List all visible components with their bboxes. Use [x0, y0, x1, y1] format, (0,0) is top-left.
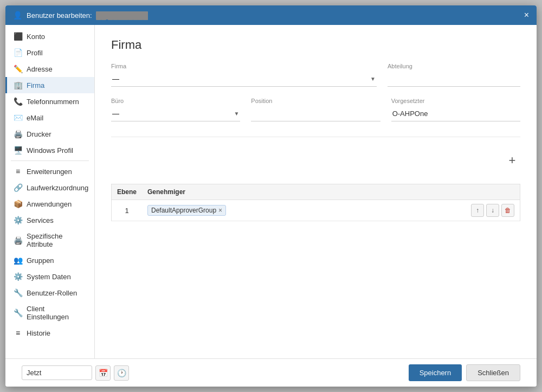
buero-select-value: —: [112, 110, 119, 118]
sidebar-item-email[interactable]: ✉️ eMail: [5, 110, 94, 126]
firma-icon: 🏢: [14, 81, 22, 89]
sidebar: ⬛ Konto 📄 Profil ✏️ Adresse 🏢 Firma 📞 Te…: [5, 25, 95, 358]
col-actions-header: [466, 184, 520, 200]
systemdaten-icon: ⚙️: [14, 272, 22, 281]
vorgesetzter-label: Vorgesetzter: [391, 98, 520, 104]
buero-label: Büro: [111, 98, 240, 104]
spezifische-icon: 🖨️: [14, 236, 22, 245]
action-icons: ↑ ↓ 🗑: [471, 204, 514, 217]
modal-title: Benutzer bearbeiten: ██ ████████: [27, 11, 148, 20]
sidebar-item-label: Client Einstellungen: [27, 305, 88, 321]
move-up-button[interactable]: ↑: [471, 204, 484, 217]
position-label: Position: [251, 98, 380, 104]
clock-button[interactable]: 🕐: [114, 365, 129, 381]
services-icon: ⚙️: [14, 216, 22, 224]
section-divider: [111, 137, 520, 137]
sidebar-item-label: Windows Profil: [27, 146, 73, 155]
abteilung-label: Abteilung: [388, 63, 520, 69]
sidebar-item-services[interactable]: ⚙️ Services: [5, 212, 94, 228]
datetime-input[interactable]: [22, 365, 92, 380]
sidebar-item-laufwerk[interactable]: 🔗 Laufwerkzuordnung: [5, 179, 94, 196]
abteilung-value[interactable]: [388, 72, 520, 87]
sidebar-item-client[interactable]: 🔧 Client Einstellungen: [5, 301, 94, 325]
sidebar-item-adresse[interactable]: ✏️ Adresse: [5, 61, 94, 77]
firma-select-value: —: [112, 75, 119, 83]
telefon-icon: 📞: [14, 97, 22, 106]
delete-button[interactable]: 🗑: [501, 204, 514, 217]
gruppen-icon: 👥: [14, 256, 22, 265]
sidebar-item-firma[interactable]: 🏢 Firma: [5, 77, 94, 93]
clock-icon: 🕐: [117, 369, 126, 377]
position-value[interactable]: [251, 106, 380, 121]
sidebar-item-label: Firma: [27, 81, 44, 89]
sidebar-item-label: Benutzer-Rollen: [27, 289, 77, 297]
drucker-icon: 🖨️: [14, 130, 22, 138]
sidebar-item-windows[interactable]: 🖥️ Windows Profil: [5, 142, 94, 158]
modal-body: ⬛ Konto 📄 Profil ✏️ Adresse 🏢 Firma 📞 Te…: [5, 25, 537, 358]
table-header: Ebene Genehmiger: [112, 184, 520, 200]
table-header-row: Ebene Genehmiger: [112, 184, 520, 200]
sidebar-item-label: Anwendungen: [27, 200, 72, 208]
historie-icon: ≡: [14, 329, 22, 337]
save-button[interactable]: Speichern: [409, 364, 462, 381]
sidebar-item-label: Drucker: [27, 130, 51, 138]
rollen-icon: 🔧: [14, 288, 22, 297]
form-row-1: Firma — ▼ Abteilung: [111, 63, 520, 87]
sidebar-divider-1: [11, 160, 89, 161]
adresse-icon: ✏️: [14, 65, 22, 73]
sidebar-item-anwendungen[interactable]: 📦 Anwendungen: [5, 196, 94, 212]
chevron-down-icon-2: ▼: [234, 111, 239, 117]
firma-select[interactable]: — ▼: [111, 72, 377, 87]
modal-footer: 📅 🕐 Speichern Schließen: [5, 358, 537, 387]
table-row: 1 DefaultApproverGroup × ↑ ↓ 🗑: [112, 200, 520, 221]
move-down-button[interactable]: ↓: [486, 204, 499, 217]
field-position: Position: [251, 98, 380, 121]
vorgesetzter-value[interactable]: O-AHPOne: [391, 106, 520, 121]
chevron-down-icon: ▼: [370, 76, 376, 82]
sidebar-item-label: Profil: [27, 49, 43, 57]
sidebar-item-profil[interactable]: 📄 Profil: [5, 44, 94, 61]
sidebar-item-erweiterungen[interactable]: ≡ Erweiterungen: [5, 163, 94, 179]
row-ebene: 1: [112, 200, 143, 221]
table-body: 1 DefaultApproverGroup × ↑ ↓ 🗑: [112, 200, 520, 221]
laufwerk-icon: 🔗: [14, 183, 22, 192]
main-content: Firma Firma — ▼ Abteilung: [95, 25, 537, 358]
field-vorgesetzter: Vorgesetzter O-AHPOne: [391, 98, 520, 121]
approver-tag-label: DefaultApproverGroup: [151, 207, 216, 214]
footer-right: Speichern Schließen: [409, 364, 520, 381]
sidebar-item-label: Erweiterungen: [27, 168, 72, 176]
sidebar-item-label: eMail: [27, 114, 43, 122]
add-approver-button[interactable]: +: [504, 152, 520, 169]
close-button[interactable]: ×: [524, 11, 529, 20]
profil-icon: 📄: [14, 48, 22, 57]
field-firma: Firma — ▼: [111, 63, 377, 87]
close-cancel-button[interactable]: Schließen: [466, 364, 520, 381]
row-genehmiger: DefaultApproverGroup ×: [142, 200, 466, 221]
sidebar-item-label: Laufwerkzuordnung: [27, 184, 88, 192]
sidebar-item-label: System Daten: [27, 273, 71, 281]
sidebar-item-historie[interactable]: ≡ Historie: [5, 325, 94, 341]
calendar-icon: 📅: [99, 369, 108, 377]
page-title: Firma: [111, 38, 520, 52]
firma-label: Firma: [111, 63, 377, 69]
form-row-2: Büro — ▼ Position Vorgesetzter: [111, 98, 520, 121]
konto-icon: ⬛: [14, 32, 22, 41]
sidebar-item-label: Gruppen: [27, 256, 54, 265]
sidebar-item-label: Services: [27, 216, 54, 224]
sidebar-item-rollen[interactable]: 🔧 Benutzer-Rollen: [5, 285, 94, 301]
sidebar-item-label: Adresse: [27, 65, 53, 73]
sidebar-item-label: Konto: [27, 33, 45, 41]
sidebar-item-drucker[interactable]: 🖨️ Drucker: [5, 126, 94, 142]
modal-header-left: 👤 Benutzer bearbeiten: ██ ████████: [13, 11, 148, 20]
buero-select[interactable]: — ▼: [111, 106, 240, 121]
sidebar-item-systemdaten[interactable]: ⚙️ System Daten: [5, 268, 94, 285]
approver-tag: DefaultApproverGroup ×: [147, 205, 226, 216]
sidebar-item-telefon[interactable]: 📞 Telefonnummern: [5, 93, 94, 110]
sidebar-item-spezifische[interactable]: 🖨️ Spezifische Attribute: [5, 228, 94, 252]
sidebar-item-konto[interactable]: ⬛ Konto: [5, 28, 94, 44]
calendar-button[interactable]: 📅: [95, 365, 111, 381]
client-icon: 🔧: [14, 309, 22, 317]
modal-window: 👤 Benutzer bearbeiten: ██ ████████ × ⬛ K…: [5, 5, 537, 387]
tag-remove-button[interactable]: ×: [218, 207, 222, 214]
sidebar-item-gruppen[interactable]: 👥 Gruppen: [5, 252, 94, 268]
